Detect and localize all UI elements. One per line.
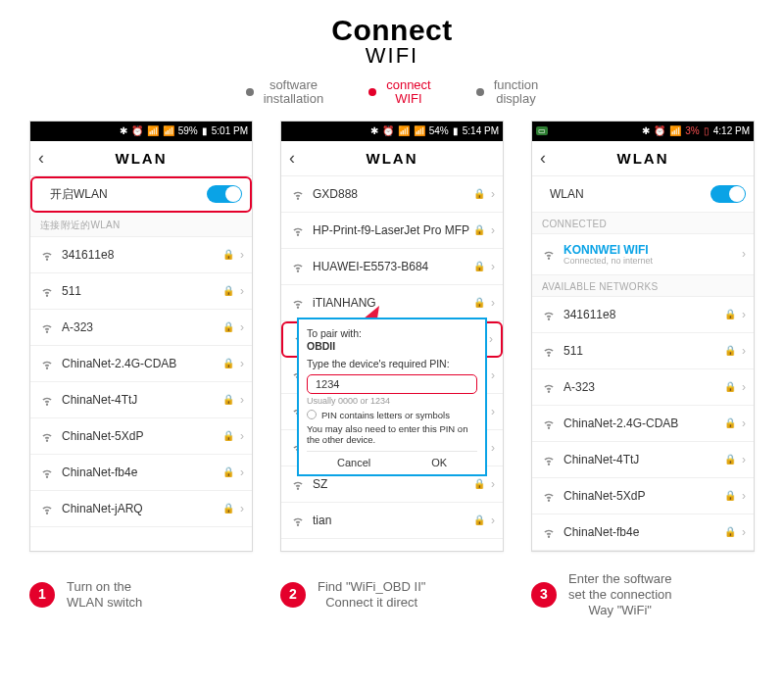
wifi-network-row[interactable]: A-323🔒› bbox=[30, 310, 252, 346]
section-connected: CONNECTED bbox=[532, 213, 754, 234]
wifi-network-row[interactable]: ChinaNet-4TtJ🔒› bbox=[532, 442, 754, 478]
battery-pct: 59% bbox=[178, 125, 198, 136]
wlan-toggle-row[interactable]: 开启WLAN bbox=[30, 176, 252, 213]
lock-icon: 🔒 bbox=[724, 490, 736, 501]
chevron-right-icon: › bbox=[491, 223, 495, 237]
app-bar: ‹ WLAN bbox=[532, 141, 754, 176]
lock-icon: 🔒 bbox=[724, 417, 736, 428]
pin-input[interactable]: 1234 bbox=[307, 374, 477, 394]
toggle-switch[interactable] bbox=[710, 185, 746, 203]
connected-sub: Connected, no internet bbox=[564, 256, 736, 266]
back-icon[interactable]: ‹ bbox=[38, 148, 44, 169]
status-bar: ✱ ⏰ 📶 📶 54% ▮ 5:14 PM bbox=[281, 122, 503, 141]
wifi-network-row[interactable]: A-323🔒› bbox=[532, 369, 754, 406]
pairing-dialog: To pair with: OBDII Type the device's re… bbox=[297, 318, 487, 477]
wifi-network-row[interactable]: ChinaNet-5XdP🔒› bbox=[532, 478, 754, 514]
chevron-right-icon: › bbox=[491, 296, 495, 310]
dot-icon bbox=[368, 88, 376, 96]
wifi-icon: 📶 bbox=[147, 125, 159, 136]
step-indicator: softwareinstallation connectWIFI functio… bbox=[18, 78, 766, 107]
chevron-right-icon: › bbox=[491, 514, 495, 527]
network-name: ChinaNet-2.4G-CDAB bbox=[62, 357, 222, 370]
network-name: Hsource bbox=[313, 550, 473, 552]
dialog-note: You may also need to enter this PIN on t… bbox=[307, 424, 477, 446]
captions-row: 1 Turn on theWLAN switch 2 Find "WiFi_OB… bbox=[18, 571, 766, 619]
page-title: Connect WIFI bbox=[18, 14, 766, 69]
clock: 5:14 PM bbox=[463, 125, 499, 136]
lock-icon: 🔒 bbox=[222, 394, 234, 405]
network-name: ChinaNet-jARQ bbox=[62, 502, 222, 515]
wlan-toggle-row[interactable]: WLAN bbox=[532, 176, 754, 213]
lock-icon: 🔒 bbox=[222, 249, 234, 260]
lock-icon: 🔒 bbox=[724, 381, 736, 392]
wifi-icon bbox=[542, 380, 556, 394]
wifi-network-row[interactable]: 511🔒› bbox=[532, 333, 754, 369]
wifi-network-row[interactable]: ChinaNet-GfGW🔒› bbox=[532, 551, 754, 552]
wifi-network-row[interactable]: Hsource🔒› bbox=[281, 539, 503, 552]
wifi-network-row[interactable]: HUAWEI-E5573-B684🔒› bbox=[281, 249, 503, 285]
chevron-right-icon: › bbox=[742, 380, 746, 394]
chevron-right-icon: › bbox=[240, 357, 244, 370]
wifi-network-row[interactable]: ChinaNet-fb4e🔒› bbox=[532, 514, 754, 551]
lock-icon: 🔒 bbox=[473, 551, 485, 552]
lock-icon: 🔒 bbox=[724, 454, 736, 465]
pin-letters-checkbox[interactable]: PIN contains letters or symbols bbox=[307, 410, 477, 420]
status-bar: ▭ ✱ ⏰ 📶 3% ▯ 4:12 PM bbox=[532, 122, 754, 141]
step-number: 1 bbox=[29, 582, 55, 608]
wifi-network-row[interactable]: HP-Print-f9-LaserJet Pro MFP🔒› bbox=[281, 213, 503, 249]
network-name: A-323 bbox=[564, 380, 724, 394]
wifi-icon bbox=[40, 429, 54, 443]
back-icon[interactable]: ‹ bbox=[540, 148, 546, 169]
signal-icon: 📶 bbox=[163, 125, 174, 136]
wifi-icon bbox=[40, 320, 54, 334]
lock-icon: 🔒 bbox=[473, 188, 485, 199]
ok-button[interactable]: OK bbox=[431, 457, 447, 468]
battery-pct: 3% bbox=[685, 125, 699, 136]
chevron-right-icon: › bbox=[742, 308, 746, 321]
app-bar: ‹ WLAN bbox=[281, 141, 503, 176]
wifi-network-row[interactable]: ChinaNet-4TtJ🔒› bbox=[30, 382, 252, 418]
wifi-network-row[interactable]: 511🔒› bbox=[30, 273, 252, 310]
wifi-icon bbox=[40, 393, 54, 407]
bluetooth-icon: ✱ bbox=[120, 125, 127, 136]
wifi-network-row[interactable]: ChinaNet-2.4G-CDAB🔒› bbox=[532, 406, 754, 442]
toggle-switch[interactable] bbox=[207, 185, 242, 203]
lock-icon: 🔒 bbox=[724, 309, 736, 319]
alarm-icon: ⏰ bbox=[654, 125, 665, 136]
wifi-network-row[interactable]: ChinaNet-fb4e🔒› bbox=[30, 455, 252, 491]
dot-icon bbox=[246, 88, 254, 96]
wifi-icon bbox=[40, 357, 54, 370]
appbar-title: WLAN bbox=[617, 150, 669, 167]
appbar-title: WLAN bbox=[116, 150, 168, 167]
network-name: A-323 bbox=[62, 320, 222, 334]
wifi-network-row[interactable]: ChinaNet-jARQ🔒› bbox=[30, 491, 252, 527]
wifi-network-row[interactable]: tian🔒› bbox=[281, 503, 503, 539]
chevron-right-icon: › bbox=[742, 416, 746, 430]
lock-icon: 🔒 bbox=[222, 430, 234, 441]
chevron-right-icon: › bbox=[491, 260, 495, 273]
wifi-network-row[interactable]: 341611e8🔒› bbox=[30, 237, 252, 273]
wifi-icon bbox=[542, 416, 556, 430]
network-name: ChinaNet-fb4e bbox=[564, 525, 724, 539]
chevron-right-icon: › bbox=[491, 368, 495, 382]
step-software: softwareinstallation bbox=[246, 78, 323, 107]
chevron-right-icon: › bbox=[240, 248, 244, 262]
status-bar: ✱ ⏰ 📶 📶 59% ▮ 5:01 PM bbox=[30, 122, 252, 141]
battery-pct: 54% bbox=[429, 125, 449, 136]
section-label: 连接附近的WLAN bbox=[30, 213, 252, 237]
battery-icon: ▮ bbox=[202, 125, 208, 136]
wifi-network-row[interactable]: ChinaNet-5XdP🔒› bbox=[30, 418, 252, 455]
lock-icon: 🔒 bbox=[222, 466, 234, 477]
back-icon[interactable]: ‹ bbox=[289, 148, 295, 169]
chevron-right-icon: › bbox=[742, 247, 746, 261]
wifi-network-row[interactable]: 341611e8🔒› bbox=[532, 297, 754, 333]
connected-network-row[interactable]: KONNWEI WIFI Connected, no internet › bbox=[532, 234, 754, 275]
wifi-network-row[interactable]: GXD888🔒› bbox=[281, 176, 503, 213]
wifi-network-row[interactable]: ChinaNet-2.4G-CDAB🔒› bbox=[30, 346, 252, 382]
wifi-network-row[interactable]: iTIANHANG🔒› bbox=[281, 285, 503, 321]
connected-name: KONNWEI WIFI bbox=[564, 243, 736, 257]
wifi-icon: 📶 bbox=[398, 125, 410, 136]
wifi-icon bbox=[291, 514, 305, 527]
chevron-right-icon: › bbox=[240, 284, 244, 298]
cancel-button[interactable]: Cancel bbox=[337, 457, 370, 468]
